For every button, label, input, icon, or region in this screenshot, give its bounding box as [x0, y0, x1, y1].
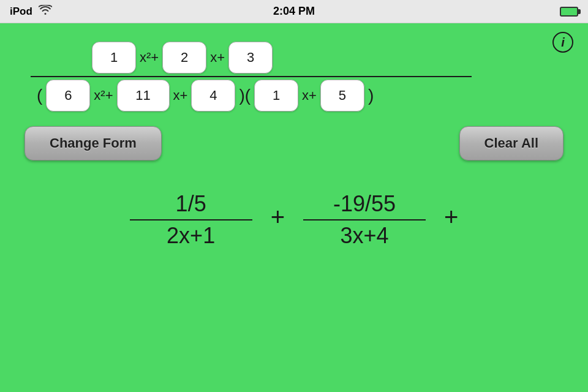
fraction-input-area: x²+ x+ ( x²+ x+ )( x+ ) [18, 42, 570, 111]
denom-coeff2[interactable] [117, 80, 170, 111]
fraction-line [31, 76, 472, 77]
status-time: 2:04 PM [273, 5, 315, 18]
device-label: iPod [10, 6, 32, 18]
denom-op3: x+ [302, 88, 317, 104]
close-paren: ) [368, 86, 374, 105]
numerator-coeff2[interactable] [162, 42, 206, 74]
status-bar: iPod 2:04 PM [0, 0, 588, 23]
status-left: iPod [10, 5, 52, 18]
status-right [560, 7, 578, 17]
info-button[interactable]: i [552, 32, 573, 53]
denom-coeff3[interactable] [191, 80, 235, 111]
result-1-denominator: 2x+1 [167, 221, 215, 249]
numerator-coeff3[interactable] [228, 42, 273, 74]
result-2-denominator: 3x+4 [340, 221, 388, 249]
denom-coeff1[interactable] [46, 80, 90, 111]
denominator-row: ( x²+ x+ )( x+ ) [18, 80, 570, 111]
result-fraction-2: -19/55 3x+4 [303, 191, 426, 249]
change-form-button[interactable]: Change Form [24, 126, 162, 160]
plus-sign-2: + [444, 205, 458, 229]
numerator-row: x²+ x+ [18, 42, 570, 74]
wifi-icon [39, 5, 52, 18]
denom-coeff4[interactable] [254, 80, 298, 111]
result-1-numerator: 1/5 [176, 191, 206, 219]
result-fraction-1: 1/5 2x+1 [130, 191, 252, 249]
numerator-op2: x+ [210, 50, 225, 66]
buttons-row: Change Form Clear All [18, 126, 570, 160]
numerator-op1: x²+ [140, 50, 159, 66]
plus-sign-1: + [271, 205, 285, 229]
denom-op1: x²+ [94, 88, 113, 104]
main-content: i x²+ x+ ( x²+ x+ )( x+ ) Chang [0, 23, 588, 392]
result-area: 1/5 2x+1 + -19/55 3x+4 + [18, 191, 570, 249]
close-open-paren: )( [239, 86, 251, 105]
denom-coeff5[interactable] [320, 80, 364, 111]
result-2-numerator: -19/55 [333, 191, 396, 219]
numerator-coeff1[interactable] [92, 42, 136, 74]
clear-all-button[interactable]: Clear All [459, 126, 564, 160]
denom-op2: x+ [173, 88, 188, 104]
open-paren: ( [37, 86, 42, 105]
battery-icon [560, 7, 578, 17]
